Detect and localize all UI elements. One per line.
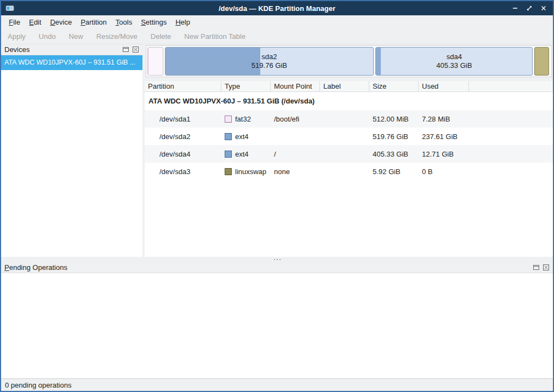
table-row-sda2[interactable]: /dev/sda2 ext4 519.76 GiB 237.61 GiB (145, 128, 553, 145)
horizontal-splitter[interactable] (1, 257, 553, 262)
window-controls (511, 1, 547, 15)
delete-button[interactable]: Delete (151, 32, 172, 41)
app-icon (5, 4, 14, 13)
partition-bar: sda2 519.76 GiB sda4 405.33 GiB (146, 45, 552, 77)
device-group-row[interactable]: ATA WDC WD10JPVX-60J – 931.51 GiB (/dev/… (145, 92, 553, 110)
device-item-sda[interactable]: ATA WDC WD10JPVX-60J – 931.51 GiB ... (1, 55, 142, 70)
statusbar-text: 0 pending operations (5, 381, 71, 389)
titlebar[interactable]: /dev/sda — KDE Partition Manager (1, 1, 553, 15)
partition-name: sda4 (447, 53, 462, 61)
partition-segment-label: sda2 519.76 GiB (165, 48, 373, 75)
cell-size: 512.00 MiB (369, 115, 419, 123)
float-panel-icon[interactable] (122, 46, 129, 54)
maximize-button[interactable] (526, 4, 533, 12)
col-mount-point[interactable]: Mount Point (271, 81, 320, 91)
cell-type: linuxswap (221, 168, 271, 176)
menu-tools[interactable]: Tools (111, 16, 136, 28)
close-button[interactable] (540, 4, 547, 12)
resize-move-button[interactable]: Resize/Move (96, 32, 138, 41)
minimize-button[interactable] (511, 4, 519, 12)
pending-operations-list (1, 273, 553, 378)
pending-panel-titlebar: Pending Operations (1, 262, 553, 273)
content-panel: sda2 519.76 GiB sda4 405.33 GiB (145, 44, 553, 257)
partition-segment-label (148, 48, 163, 75)
fs-type-label: ext4 (235, 150, 249, 158)
partition-table: Partition Type Mount Point Label Size Us… (145, 81, 553, 257)
partition-segment-sda3[interactable] (534, 47, 549, 76)
new-partition-table-button[interactable]: New Partition Table (184, 32, 245, 41)
table-row-sda3[interactable]: /dev/sda3 linuxswap none 5.92 GiB 0 B (145, 163, 553, 180)
fs-color-swatch (225, 133, 232, 140)
devices-panel: Devices ATA WDC WD10JPVX-60J – 93 (1, 44, 142, 257)
undo-button[interactable]: Undo (39, 32, 56, 41)
table-row-sda4[interactable]: /dev/sda4 ext4 / 405.33 GiB 12.71 GiB (145, 145, 553, 163)
col-size[interactable]: Size (369, 81, 419, 91)
kde-partition-manager-window: /dev/sda — KDE Partition Manager F (0, 0, 554, 392)
partition-size: 519.76 GiB (252, 61, 287, 70)
col-label[interactable]: Label (320, 81, 369, 91)
cell-partition: /dev/sda2 (145, 132, 221, 141)
partition-segment-sda2[interactable]: sda2 519.76 GiB (165, 47, 374, 76)
cell-used: 237.61 GiB (419, 132, 469, 141)
menu-partition[interactable]: Partition (76, 16, 111, 28)
menu-edit[interactable]: Edit (25, 16, 45, 28)
cell-used: 0 B (419, 168, 469, 176)
apply-button[interactable]: Apply (8, 32, 26, 41)
cell-type: fat32 (221, 115, 271, 123)
toolbar: Apply Undo New Resize/Move Delete New Pa… (1, 28, 553, 44)
partition-size: 405.33 GiB (436, 61, 472, 70)
partition-segment-sda4[interactable]: sda4 405.33 GiB (375, 47, 533, 76)
pending-operations-panel: Pending Operations (1, 262, 553, 378)
cell-type: ext4 (221, 150, 271, 158)
cell-partition: /dev/sda1 (145, 115, 221, 123)
col-type[interactable]: Type (221, 81, 271, 91)
splitter-handle (274, 259, 281, 260)
devices-panel-title: Devices (4, 45, 119, 54)
fs-color-swatch (225, 151, 232, 158)
cell-size: 5.92 GiB (369, 168, 419, 176)
menu-device[interactable]: Device (45, 16, 76, 28)
device-list: ATA WDC WD10JPVX-60J – 931.51 GiB ... (1, 55, 142, 257)
cell-size: 519.76 GiB (369, 132, 419, 141)
statusbar: 0 pending operations (1, 378, 553, 391)
fs-color-swatch (225, 168, 232, 175)
col-partition[interactable]: Partition (145, 81, 221, 91)
cell-type: ext4 (221, 132, 271, 141)
cell-partition: /dev/sda4 (145, 150, 221, 158)
cell-used: 12.71 GiB (419, 150, 469, 158)
partition-segment-sda1[interactable] (147, 47, 163, 76)
new-partition-button[interactable]: New (69, 32, 83, 41)
fs-type-label: fat32 (235, 115, 251, 123)
cell-size: 405.33 GiB (369, 150, 419, 158)
close-panel-icon[interactable] (132, 46, 139, 54)
float-panel-icon[interactable] (532, 264, 540, 272)
fs-type-label: linuxswap (235, 168, 266, 176)
partition-segment-label: sda4 405.33 GiB (376, 48, 532, 75)
cell-mount-point: /boot/efi (271, 115, 320, 123)
window-title: /dev/sda — KDE Partition Manager (61, 4, 493, 13)
menu-help[interactable]: Help (171, 16, 195, 28)
devices-panel-titlebar: Devices (1, 44, 142, 55)
table-row-sda1[interactable]: /dev/sda1 fat32 /boot/efi 512.00 MiB 7.2… (145, 110, 553, 128)
cell-mount-point: none (271, 168, 320, 176)
col-used[interactable]: Used (419, 81, 469, 91)
pending-panel-title: Pending Operations (4, 263, 530, 272)
menubar: File Edit Device Partition Tools Setting… (1, 15, 553, 28)
fs-color-swatch (225, 116, 232, 123)
fs-type-label: ext4 (235, 132, 249, 141)
partition-bar-strip: sda2 519.76 GiB sda4 405.33 GiB (145, 44, 553, 81)
partition-name: sda2 (261, 53, 277, 61)
cell-partition: /dev/sda3 (145, 168, 221, 176)
table-header: Partition Type Mount Point Label Size Us… (145, 81, 553, 92)
close-panel-icon[interactable] (542, 264, 550, 272)
menu-settings[interactable]: Settings (136, 16, 171, 28)
cell-used: 7.28 MiB (419, 115, 469, 123)
cell-mount-point: / (271, 150, 320, 158)
col-filler (469, 81, 553, 91)
partition-segment-label (535, 48, 548, 75)
menu-file[interactable]: File (4, 16, 25, 28)
main-area: Devices ATA WDC WD10JPVX-60J – 93 (1, 44, 553, 257)
